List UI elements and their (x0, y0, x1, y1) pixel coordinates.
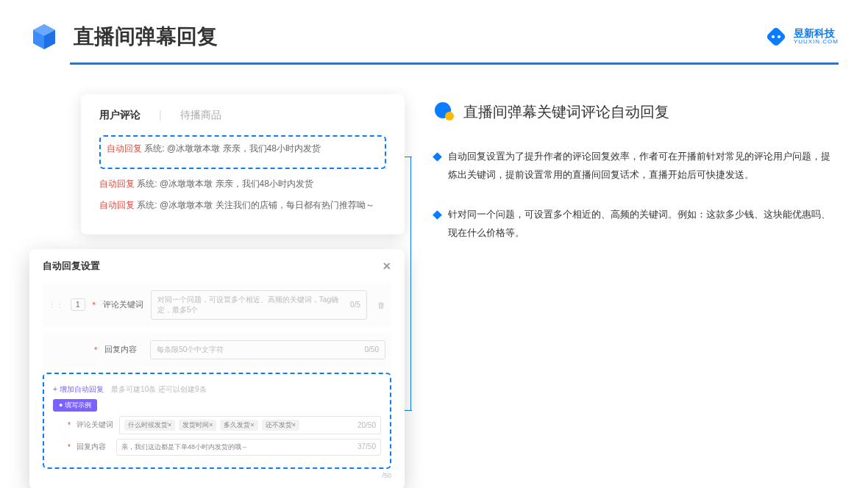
svg-rect-3 (766, 26, 786, 47)
example-reply-text: 亲，我们这边都是下单48小时内发货的哦～ (121, 442, 248, 452)
tag: 多久发货× (220, 420, 257, 431)
tag: 发货时间× (179, 420, 216, 431)
comment-panel: 用户评论 | 待播商品 自动回复 系统: @冰墩墩本墩 亲亲，我们48小时内发货… (81, 94, 405, 234)
comment-row: 自动回复 系统: @冰墩墩本墩 亲亲，我们48小时内发货 (107, 141, 379, 157)
tag: 什么时候发货× (124, 420, 175, 431)
required-dot: * (68, 421, 71, 429)
bullet-text: 自动回复设置为了提升作者的评论回复效率，作者可在开播前针对常见的评论用户问题，提… (448, 148, 839, 184)
logo-en: YUUXIN.COM (794, 39, 839, 46)
auto-reply-badge: 自动回复 (107, 143, 142, 154)
comment-highlight-box: 自动回复 系统: @冰墩墩本墩 亲亲，我们48小时内发货 (99, 135, 386, 169)
form-row: * 回复内容 每条限50个中文字符 0/50 (43, 333, 391, 367)
content: 用户评论 | 待播商品 自动回复 系统: @冰墩墩本墩 亲亲，我们48小时内发货… (0, 65, 868, 488)
connector-line (410, 157, 411, 410)
example-box: + 增加自动回复 最多可建10条 还可以创建9条 ● 填写示例 * 评论关键词 … (43, 373, 391, 469)
tag-list: 什么时候发货× 发货时间× 多久发货× 还不发货× (124, 420, 299, 431)
brand-logo: 昱新科技 YUUXIN.COM (764, 25, 839, 49)
placeholder: 对同一个问题，可设置多个相近、高频的关键词，Tag确定，最多5个 (157, 295, 350, 315)
comment-text: 系统: @冰墩墩本墩 亲亲，我们48小时内发货 (137, 179, 313, 189)
settings-header: 自动回复设置 ✕ (43, 259, 391, 273)
bullet-item: 自动回复设置为了提升作者的评论回复效率，作者可在开播前针对常见的评论用户问题，提… (434, 148, 839, 184)
logo-icon (764, 25, 788, 49)
field-label: 评论关键词 (103, 299, 143, 310)
tab-products[interactable]: 待播商品 (180, 109, 221, 122)
example-keyword-input: 什么时候发货× 发货时间× 多久发货× 还不发货× 20/50 (119, 416, 381, 434)
diamond-icon (433, 211, 442, 220)
comment-row: 自动回复 系统: @冰墩墩本墩 亲亲，我们48小时内发货 (99, 176, 386, 193)
field-label: 评论关键词 (77, 420, 113, 430)
required-dot: * (93, 301, 96, 309)
sub-header: 直播间弹幕关键词评论自动回复 (434, 101, 839, 122)
close-icon[interactable]: ✕ (383, 260, 391, 272)
bullet-item: 针对同一个问题，可设置多个相近的、高频的关键词。例如：这款多少钱、这块能优惠吗、… (434, 206, 839, 242)
example-row: * 回复内容 亲，我们这边都是下单48小时内发货的哦～ 37/50 (68, 439, 381, 456)
page-title: 直播间弹幕回复 (74, 23, 218, 51)
field-label: 回复内容 (77, 442, 110, 452)
placeholder: 每条限50个中文字符 (157, 345, 224, 355)
comment-row: 自动回复 系统: @冰墩墩本墩 关注我们的店铺，每日都有热门推荐呦～ (99, 198, 386, 214)
drag-icon[interactable]: ⋮⋮ (49, 301, 63, 309)
char-count: 37/50 (357, 442, 376, 452)
tag: 还不发货× (262, 420, 299, 431)
header-left: 直播间弹幕回复 (29, 22, 218, 51)
add-reply-link[interactable]: + 增加自动回复 (53, 385, 104, 393)
required-dot: * (94, 345, 97, 354)
example-reply-input: 亲，我们这边都是下单48小时内发货的哦～ 37/50 (116, 439, 381, 456)
index-box: 1 (71, 298, 85, 311)
left-column: 用户评论 | 待播商品 自动回复 系统: @冰墩墩本墩 亲亲，我们48小时内发货… (29, 94, 405, 488)
add-hint: 最多可建10条 还可以创建9条 (111, 385, 206, 393)
svg-point-5 (778, 35, 780, 38)
settings-panel: 自动回复设置 ✕ ⋮⋮ 1 * 评论关键词 对同一个问题，可设置多个相近、高频的… (29, 249, 405, 488)
char-count: 20/50 (357, 421, 376, 429)
example-row: * 评论关键词 什么时候发货× 发货时间× 多久发货× 还不发货× 20/50 (68, 416, 381, 434)
logo-text: 昱新科技 YUUXIN.COM (794, 28, 839, 46)
char-count: 0/50 (365, 345, 379, 354)
trash-icon[interactable]: 🗑 (377, 301, 385, 309)
auto-reply-badge: 自动回复 (99, 179, 135, 189)
form-row: ⋮⋮ 1 * 评论关键词 对同一个问题，可设置多个相近、高频的关键词，Tag确定… (43, 283, 391, 327)
bubble-icon (434, 101, 455, 122)
reply-input[interactable]: 每条限50个中文字符 0/50 (150, 340, 385, 359)
bottom-count: /50 (43, 472, 391, 479)
field-label: 回复内容 (104, 344, 143, 355)
tabs: 用户评论 | 待播商品 (99, 109, 386, 122)
auto-reply-badge: 自动回复 (99, 200, 135, 210)
right-column: 直播间弹幕关键词评论自动回复 自动回复设置为了提升作者的评论回复效率，作者可在开… (434, 94, 839, 488)
keyword-input[interactable]: 对同一个问题，可设置多个相近、高频的关键词，Tag确定，最多5个 0/5 (151, 290, 367, 320)
cube-icon (29, 22, 59, 51)
comment-text: 系统: @冰墩墩本墩 亲亲，我们48小时内发货 (144, 143, 321, 154)
bullet-text: 针对同一个问题，可设置多个相近的、高频的关键词。例如：这款多少钱、这块能优惠吗、… (448, 206, 839, 242)
page-header: 直播间弹幕回复 昱新科技 YUUXIN.COM (0, 0, 868, 51)
logo-cn: 昱新科技 (794, 28, 839, 39)
svg-point-7 (445, 112, 454, 121)
tab-separator: | (159, 109, 162, 122)
char-count: 0/5 (350, 301, 360, 309)
comment-text: 系统: @冰墩墩本墩 关注我们的店铺，每日都有热门推荐呦～ (137, 200, 374, 210)
tab-comments[interactable]: 用户评论 (99, 109, 140, 122)
example-badge: ● 填写示例 (53, 399, 97, 412)
required-dot: * (68, 443, 71, 451)
settings-title: 自动回复设置 (43, 259, 100, 273)
svg-point-4 (772, 35, 775, 38)
sub-title: 直播间弹幕关键词评论自动回复 (463, 102, 669, 122)
diamond-icon (433, 152, 442, 162)
